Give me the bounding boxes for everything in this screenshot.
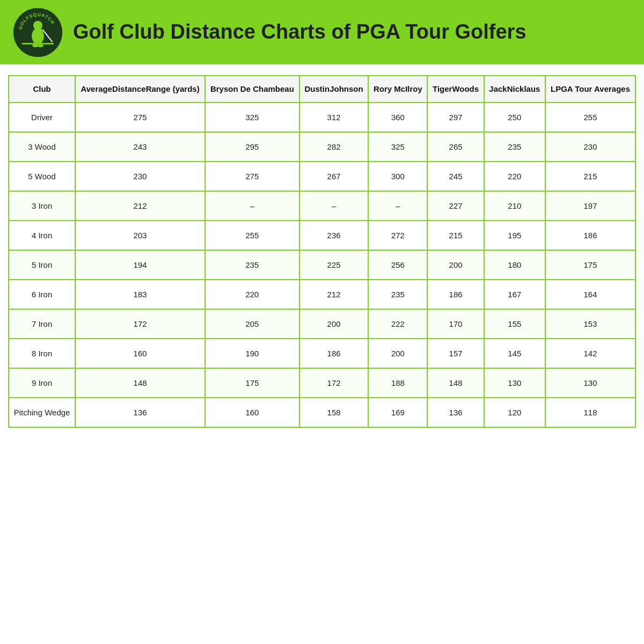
cell-rory-7: 222 xyxy=(368,309,427,339)
cell-jack-5: 180 xyxy=(484,250,545,280)
cell-dustin-0: 312 xyxy=(299,103,369,132)
cell-dustin-3: – xyxy=(299,191,369,221)
cell-bryson-2: 275 xyxy=(205,162,299,191)
cell-rory-1: 325 xyxy=(368,132,427,162)
cell-club-3: 3 Iron xyxy=(9,191,75,221)
cell-tiger-10: 136 xyxy=(427,398,484,427)
cell-dustin-8: 186 xyxy=(299,339,369,368)
cell-avg-10: 136 xyxy=(75,398,205,427)
cell-rory-3: – xyxy=(368,191,427,221)
cell-bryson-5: 235 xyxy=(205,250,299,280)
cell-jack-10: 120 xyxy=(484,398,545,427)
col-header-tiger: TigerWoods xyxy=(427,76,484,103)
cell-jack-0: 250 xyxy=(484,103,545,132)
table-row: 9 Iron148175172188148130130 xyxy=(9,368,635,398)
cell-dustin-4: 236 xyxy=(299,221,369,250)
golfsquatch-logo-icon: GOLFSQUATCH xyxy=(12,7,63,58)
cell-dustin-9: 172 xyxy=(299,368,369,398)
cell-tiger-3: 227 xyxy=(427,191,484,221)
cell-rory-10: 169 xyxy=(368,398,427,427)
cell-dustin-7: 200 xyxy=(299,309,369,339)
cell-rory-4: 272 xyxy=(368,221,427,250)
cell-club-6: 6 Iron xyxy=(9,280,75,309)
cell-dustin-1: 282 xyxy=(299,132,369,162)
logo-container: GOLFSQUATCH xyxy=(11,5,64,59)
table-header-row: Club AverageDistanceRange (yards) Bryson… xyxy=(9,76,635,103)
col-header-avg: AverageDistanceRange (yards) xyxy=(75,76,205,103)
page-header: GOLFSQUATCH Golf Club Dist xyxy=(0,0,644,64)
col-header-jack: JackNicklaus xyxy=(484,76,545,103)
cell-avg-2: 230 xyxy=(75,162,205,191)
table-row: 3 Wood243295282325265235230 xyxy=(9,132,635,162)
cell-lpga-3: 197 xyxy=(545,191,635,221)
table-row: Pitching Wedge136160158169136120118 xyxy=(9,398,635,427)
cell-bryson-0: 325 xyxy=(205,103,299,132)
table-row: 3 Iron212–––227210197 xyxy=(9,191,635,221)
cell-lpga-0: 255 xyxy=(545,103,635,132)
cell-tiger-6: 186 xyxy=(427,280,484,309)
cell-lpga-7: 153 xyxy=(545,309,635,339)
cell-club-0: Driver xyxy=(9,103,75,132)
table-wrapper: Club AverageDistanceRange (yards) Bryson… xyxy=(0,64,644,438)
cell-club-1: 3 Wood xyxy=(9,132,75,162)
cell-rory-0: 360 xyxy=(368,103,427,132)
col-header-dustin: DustinJohnson xyxy=(299,76,369,103)
cell-lpga-5: 175 xyxy=(545,250,635,280)
cell-rory-8: 200 xyxy=(368,339,427,368)
table-row: 4 Iron203255236272215195186 xyxy=(9,221,635,250)
col-header-bryson: Bryson De Chambeau xyxy=(205,76,299,103)
cell-club-4: 4 Iron xyxy=(9,221,75,250)
cell-rory-5: 256 xyxy=(368,250,427,280)
cell-bryson-7: 205 xyxy=(205,309,299,339)
cell-tiger-8: 157 xyxy=(427,339,484,368)
cell-jack-2: 220 xyxy=(484,162,545,191)
cell-dustin-2: 267 xyxy=(299,162,369,191)
cell-tiger-9: 148 xyxy=(427,368,484,398)
table-row: 5 Iron194235225256200180175 xyxy=(9,250,635,280)
cell-dustin-6: 212 xyxy=(299,280,369,309)
cell-tiger-0: 297 xyxy=(427,103,484,132)
cell-jack-1: 235 xyxy=(484,132,545,162)
col-header-club: Club xyxy=(9,76,75,103)
cell-jack-9: 130 xyxy=(484,368,545,398)
cell-jack-6: 167 xyxy=(484,280,545,309)
cell-avg-9: 148 xyxy=(75,368,205,398)
cell-bryson-3: – xyxy=(205,191,299,221)
cell-tiger-2: 245 xyxy=(427,162,484,191)
cell-avg-1: 243 xyxy=(75,132,205,162)
cell-club-10: Pitching Wedge xyxy=(9,398,75,427)
cell-avg-0: 275 xyxy=(75,103,205,132)
col-header-rory: Rory McIlroy xyxy=(368,76,427,103)
cell-jack-3: 210 xyxy=(484,191,545,221)
cell-lpga-4: 186 xyxy=(545,221,635,250)
cell-club-8: 8 Iron xyxy=(9,339,75,368)
cell-rory-2: 300 xyxy=(368,162,427,191)
cell-dustin-5: 225 xyxy=(299,250,369,280)
cell-tiger-5: 200 xyxy=(427,250,484,280)
cell-jack-7: 155 xyxy=(484,309,545,339)
cell-avg-7: 172 xyxy=(75,309,205,339)
col-header-lpga: LPGA Tour Averages xyxy=(545,76,635,103)
cell-avg-8: 160 xyxy=(75,339,205,368)
cell-bryson-1: 295 xyxy=(205,132,299,162)
cell-club-2: 5 Wood xyxy=(9,162,75,191)
cell-club-9: 9 Iron xyxy=(9,368,75,398)
cell-tiger-7: 170 xyxy=(427,309,484,339)
cell-lpga-9: 130 xyxy=(545,368,635,398)
distance-table: Club AverageDistanceRange (yards) Bryson… xyxy=(8,75,636,428)
cell-tiger-4: 215 xyxy=(427,221,484,250)
cell-club-5: 5 Iron xyxy=(9,250,75,280)
cell-avg-6: 183 xyxy=(75,280,205,309)
cell-rory-9: 188 xyxy=(368,368,427,398)
cell-jack-8: 145 xyxy=(484,339,545,368)
table-row: 5 Wood230275267300245220215 xyxy=(9,162,635,191)
table-row: 8 Iron160190186200157145142 xyxy=(9,339,635,368)
cell-rory-6: 235 xyxy=(368,280,427,309)
cell-lpga-2: 215 xyxy=(545,162,635,191)
table-row: 6 Iron183220212235186167164 xyxy=(9,280,635,309)
svg-point-8 xyxy=(37,44,43,47)
cell-avg-3: 212 xyxy=(75,191,205,221)
cell-lpga-6: 164 xyxy=(545,280,635,309)
table-row: Driver275325312360297250255 xyxy=(9,103,635,132)
cell-avg-5: 194 xyxy=(75,250,205,280)
